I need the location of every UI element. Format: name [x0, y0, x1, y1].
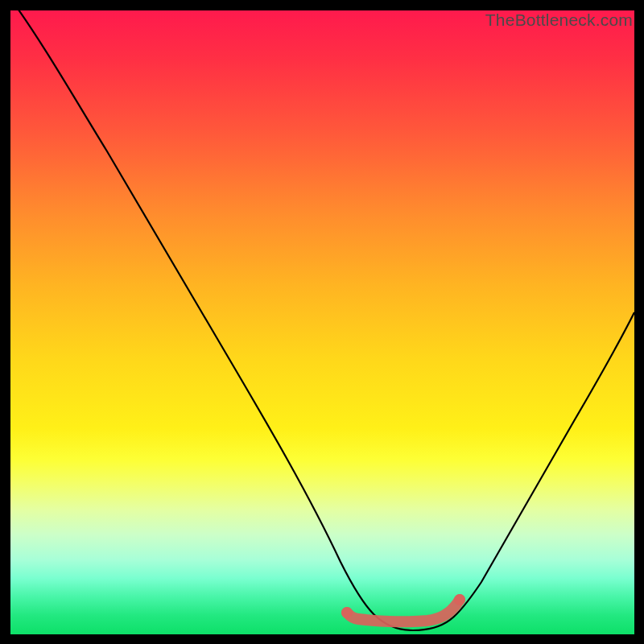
highlight-dot-left: [341, 607, 353, 618]
highlight-dot-right: [454, 594, 465, 605]
watermark-text: TheBottleneck.com: [485, 10, 633, 30]
curve-line: [10, 10, 634, 630]
chart-plot: [10, 10, 634, 634]
chart-frame: TheBottleneck.com: [10, 10, 634, 634]
